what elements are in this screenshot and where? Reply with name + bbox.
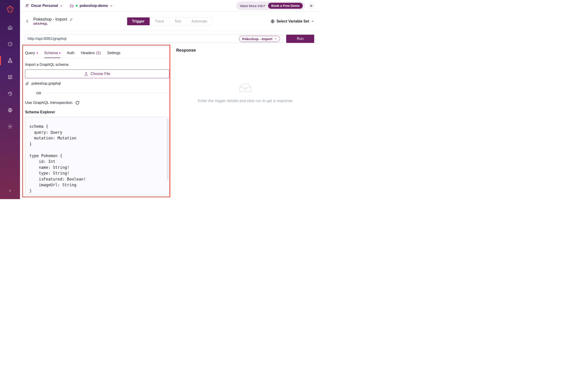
sidebar	[0, 0, 20, 199]
org-name: Oscar Personal	[31, 4, 58, 8]
dot-icon	[59, 52, 61, 54]
file-name: pokeshop.graphql	[32, 81, 61, 85]
mode-tab-trigger[interactable]: Trigger	[127, 17, 150, 25]
import-schema-label: Import a GraphQL schema	[25, 63, 169, 67]
or-label: OR	[36, 91, 41, 95]
svg-point-8	[28, 4, 28, 5]
org-selector[interactable]: Oscar Personal	[25, 4, 63, 8]
status-dot-icon	[76, 5, 78, 7]
tab-schema-label: Schema	[44, 51, 58, 55]
project-name: pokeshop-demo	[79, 4, 108, 8]
tab-headers[interactable]: Headers (1)	[81, 51, 101, 58]
mode-tab-trace[interactable]: Trace	[150, 17, 169, 25]
graphql-operation-select[interactable]: Pokeshop - Import	[239, 36, 280, 42]
sidebar-item-settings[interactable]	[0, 122, 20, 131]
person-icon	[25, 4, 29, 8]
chevron-right-icon	[8, 189, 12, 193]
chevron-down-icon	[60, 4, 63, 7]
variable-set-label: Select Variable Set	[277, 19, 309, 23]
or-divider: OR	[25, 91, 169, 95]
sidebar-item-tests[interactable]	[0, 56, 20, 65]
operation-select-label: Pokeshop - Import	[242, 37, 272, 41]
dot-icon	[36, 52, 38, 54]
test-header: Pokeshop - Import GRAPHQL Trigger Trace …	[20, 12, 319, 31]
project-selector[interactable]: pokeshop-demo	[69, 4, 113, 8]
tab-headers-label: Headers	[81, 51, 95, 55]
sidebar-item-home[interactable]	[0, 23, 20, 32]
book-demo-button[interactable]: Book a Free Demo	[268, 3, 303, 9]
mode-tab-automate[interactable]: Automate	[187, 17, 212, 25]
tab-query[interactable]: Query	[25, 51, 38, 58]
tab-auth[interactable]: Auth	[67, 51, 74, 58]
globe-icon	[271, 19, 275, 23]
sidebar-item-dashboard[interactable]	[0, 40, 20, 49]
scrollbar[interactable]	[167, 119, 169, 181]
response-panel: Response Enter the trigger details and c…	[169, 47, 314, 194]
tab-query-label: Query	[25, 51, 35, 55]
schema-code: schema { query: Query mutation: Mutation…	[25, 117, 169, 195]
folder-icon	[69, 4, 74, 8]
gear-icon	[8, 124, 13, 129]
schema-explorer-title: Schema Explorer	[25, 110, 169, 114]
attachment-icon	[25, 81, 29, 85]
test-type: GRAPHQL	[33, 22, 73, 25]
chevron-down-icon	[311, 20, 314, 23]
sidebar-item-runs[interactable]	[0, 73, 20, 82]
edit-icon[interactable]	[69, 18, 73, 21]
run-button[interactable]: Run	[286, 35, 314, 43]
url-row: http://api:8081/graphql Pokeshop - Impor…	[20, 31, 319, 47]
svg-rect-1	[9, 58, 11, 60]
mode-tabs: Trigger Trace Test Automate	[127, 17, 212, 25]
url-input[interactable]: http://api:8081/graphql Pokeshop - Impor…	[25, 35, 283, 43]
inbox-icon	[238, 83, 253, 94]
choose-file-button[interactable]: Choose File	[25, 69, 169, 78]
svg-point-7	[26, 4, 27, 6]
globe-icon	[8, 108, 13, 113]
tab-settings[interactable]: Settings	[107, 51, 120, 58]
svg-point-6	[9, 126, 11, 127]
tab-schema[interactable]: Schema	[44, 51, 61, 58]
topbar: Oscar Personal pokeshop-demo	[20, 0, 319, 12]
introspection-label: Use GraphQL Introspection	[25, 100, 72, 105]
svg-rect-2	[8, 62, 9, 63]
home-icon	[8, 25, 13, 30]
chevron-down-icon	[274, 37, 277, 40]
test-title: Pokeshop - Import	[33, 17, 67, 22]
response-title: Response	[176, 48, 314, 53]
chevron-down-icon	[110, 4, 113, 7]
svg-rect-3	[10, 62, 12, 63]
url-value: http://api:8081/graphql	[27, 36, 239, 41]
variable-set-selector[interactable]: Select Variable Set	[271, 19, 314, 23]
sidebar-item-history[interactable]	[0, 89, 20, 98]
response-empty-text: Enter the trigger details and click run …	[198, 99, 292, 103]
want-info-label: Want More Info?	[240, 4, 265, 8]
gauge-icon	[8, 42, 13, 47]
back-button[interactable]	[25, 19, 30, 24]
upload-icon	[84, 72, 88, 76]
flow-icon	[8, 58, 13, 63]
refresh-icon[interactable]	[75, 100, 80, 105]
avatar[interactable]: O	[308, 3, 314, 9]
logo	[6, 5, 15, 14]
info-pill: Want More Info? Book a Free Demo	[236, 1, 305, 10]
request-panel: Query Schema Auth Headers (1) Settings	[25, 47, 169, 194]
history-icon	[8, 91, 13, 96]
schema-code-box[interactable]: schema { query: Query mutation: Mutation…	[25, 117, 169, 195]
request-tabs: Query Schema Auth Headers (1) Settings	[25, 48, 169, 58]
sidebar-item-env[interactable]	[0, 106, 20, 115]
list-icon	[8, 75, 13, 80]
choose-file-label: Choose File	[90, 72, 110, 76]
headers-count: (1)	[96, 51, 101, 55]
mode-tab-test[interactable]: Test	[169, 17, 186, 25]
sidebar-collapse[interactable]	[0, 186, 20, 195]
uploaded-file: pokeshop.graphql	[25, 81, 169, 85]
